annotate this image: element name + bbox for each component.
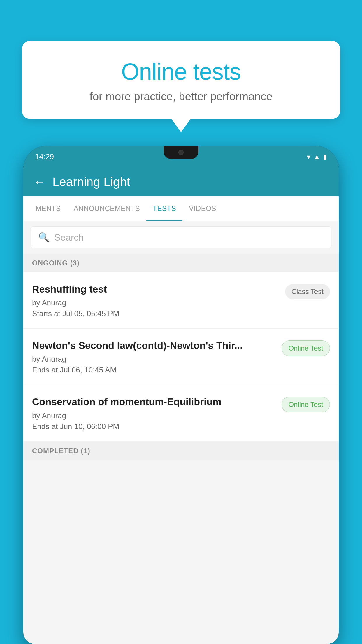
test-date-2: Ends at Jul 06, 10:45 AM (32, 365, 276, 374)
search-placeholder: Search (54, 232, 84, 243)
tab-tests[interactable]: TESTS (146, 196, 182, 221)
test-author-1: by Anurag (32, 298, 279, 307)
search-bar[interactable]: 🔍 Search (31, 226, 331, 249)
tabs-bar: MENTS ANNOUNCEMENTS TESTS VIDEOS (23, 196, 339, 221)
test-info-1: Reshuffling test by Anurag Starts at Jul… (32, 283, 279, 318)
tab-ments[interactable]: MENTS (29, 196, 67, 221)
test-item-1[interactable]: Reshuffling test by Anurag Starts at Jul… (23, 272, 339, 329)
test-date-3: Ends at Jun 10, 06:00 PM (32, 422, 276, 431)
tab-videos[interactable]: VIDEOS (182, 196, 223, 221)
app-title: Learning Light (52, 175, 130, 189)
test-item-3[interactable]: Conservation of momentum-Equilibrium by … (23, 385, 339, 441)
camera-dot (178, 150, 184, 155)
test-info-2: Newton's Second law(contd)-Newton's Thir… (32, 339, 276, 374)
test-name-2: Newton's Second law(contd)-Newton's Thir… (32, 339, 276, 352)
promo-card: Online tests for more practice, better p… (22, 41, 340, 119)
test-name-1: Reshuffling test (32, 283, 279, 295)
status-icons: ▾ ▲ ▮ (307, 153, 327, 161)
test-badge-1: Class Test (285, 284, 330, 299)
signal-icon: ▲ (313, 153, 320, 161)
battery-icon: ▮ (323, 153, 327, 161)
test-author-3: by Anurag (32, 411, 276, 420)
status-bar: 14:29 ▾ ▲ ▮ (23, 146, 339, 168)
phone-notch (164, 146, 198, 159)
wifi-icon: ▾ (307, 153, 310, 161)
test-info-3: Conservation of momentum-Equilibrium by … (32, 395, 276, 431)
completed-section-header: COMPLETED (1) (23, 442, 339, 460)
app-header: ← Learning Light (23, 168, 339, 196)
tab-announcements[interactable]: ANNOUNCEMENTS (67, 196, 147, 221)
phone-screen: ← Learning Light MENTS ANNOUNCEMENTS TES… (23, 168, 339, 644)
ongoing-section-header: ONGOING (3) (23, 254, 339, 272)
back-button[interactable]: ← (34, 176, 45, 189)
test-name-3: Conservation of momentum-Equilibrium (32, 395, 276, 408)
status-time: 14:29 (35, 152, 54, 161)
search-icon: 🔍 (38, 232, 50, 243)
search-container: 🔍 Search (23, 221, 339, 254)
test-item-2[interactable]: Newton's Second law(contd)-Newton's Thir… (23, 329, 339, 385)
test-badge-2: Online Test (282, 340, 330, 356)
test-list: Reshuffling test by Anurag Starts at Jul… (23, 272, 339, 442)
test-badge-3: Online Test (282, 397, 330, 412)
test-date-1: Starts at Jul 05, 05:45 PM (32, 309, 279, 318)
phone-mockup: 14:29 ▾ ▲ ▮ ← Learning Light MENTS ANNOU… (23, 146, 339, 644)
test-author-2: by Anurag (32, 355, 276, 364)
promo-title: Online tests (36, 58, 326, 85)
promo-subtitle: for more practice, better performance (36, 90, 326, 103)
